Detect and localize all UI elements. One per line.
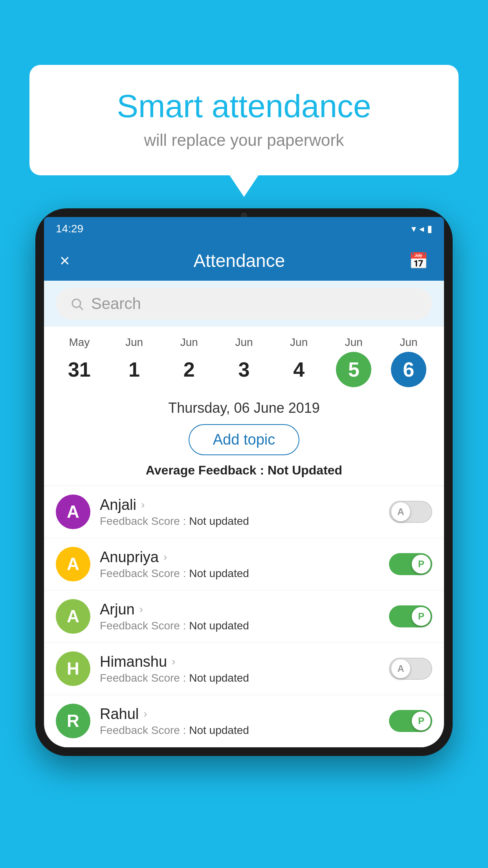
calendar-date-num[interactable]: 2 (171, 352, 207, 387)
attendance-toggle-wrap[interactable]: A (389, 501, 432, 523)
calendar-icon[interactable]: 📅 (409, 252, 428, 270)
toggle-thumb: A (391, 502, 410, 521)
student-avatar: A (56, 599, 90, 634)
speech-bubble: Smart attendance will replace your paper… (29, 65, 459, 175)
calendar-date-num[interactable]: 1 (117, 352, 152, 387)
phone-wrapper: 14:29 ▾ ◂ ▮ × Attendance 📅 (35, 208, 453, 868)
calendar-month: Jun (290, 336, 308, 349)
student-info: Himanshu ›Feedback Score : Not updated (100, 653, 380, 684)
close-button[interactable]: × (60, 251, 70, 270)
status-bar: 14:29 ▾ ◂ ▮ (44, 217, 444, 241)
signal-icon: ◂ (419, 223, 424, 234)
calendar-month: Jun (180, 336, 198, 349)
student-item[interactable]: AArjun ›Feedback Score : Not updatedP (44, 590, 444, 643)
student-avatar: A (56, 547, 90, 581)
attendance-toggle[interactable]: A (389, 658, 432, 680)
toggle-thumb: P (412, 712, 431, 730)
calendar-date-num[interactable]: 6 (391, 352, 426, 387)
student-info: Anupriya ›Feedback Score : Not updated (100, 549, 380, 580)
student-feedback: Feedback Score : Not updated (100, 672, 380, 684)
student-name: Rahul › (100, 706, 380, 723)
add-topic-button[interactable]: Add topic (189, 424, 299, 455)
student-item[interactable]: AAnjali ›Feedback Score : Not updatedA (44, 486, 444, 538)
student-avatar: R (56, 704, 90, 738)
calendar-day[interactable]: Jun6 (391, 336, 426, 387)
chevron-icon: › (143, 708, 147, 720)
calendar-day[interactable]: Jun5 (336, 336, 371, 387)
toggle-thumb: A (391, 659, 410, 678)
calendar-date-num[interactable]: 31 (62, 352, 97, 387)
attendance-toggle-wrap[interactable]: P (389, 605, 432, 627)
student-item[interactable]: RRahul ›Feedback Score : Not updatedP (44, 695, 444, 747)
toggle-thumb: P (412, 607, 431, 626)
attendance-toggle-wrap[interactable]: P (389, 710, 432, 732)
battery-icon: ▮ (427, 223, 432, 234)
student-feedback: Feedback Score : Not updated (100, 620, 380, 632)
attendance-toggle[interactable]: P (389, 605, 432, 627)
student-name: Anjali › (100, 497, 380, 513)
student-name: Himanshu › (100, 653, 380, 670)
student-name: Arjun › (100, 601, 380, 618)
add-topic-wrap: Add topic (44, 420, 444, 463)
calendar-day[interactable]: Jun1 (117, 336, 152, 387)
attendance-toggle-wrap[interactable]: P (389, 553, 432, 575)
student-avatar: H (56, 651, 90, 686)
attendance-toggle-wrap[interactable]: A (389, 658, 432, 680)
student-feedback: Feedback Score : Not updated (100, 724, 380, 737)
calendar-day[interactable]: Jun3 (226, 336, 262, 387)
calendar-strip: May31Jun1Jun2Jun3Jun4Jun5Jun6 (44, 327, 444, 391)
student-avatar: A (56, 495, 90, 529)
selected-date-label: Thursday, 06 June 2019 (44, 391, 444, 420)
calendar-date-num[interactable]: 4 (281, 352, 317, 387)
student-info: Anjali ›Feedback Score : Not updated (100, 497, 380, 528)
calendar-date-num[interactable]: 3 (226, 352, 262, 387)
chevron-icon: › (141, 498, 145, 511)
avg-feedback-value: Not Updated (268, 463, 342, 477)
svg-point-0 (72, 299, 81, 307)
search-bar[interactable]: Search (56, 288, 432, 320)
app-tagline-subtitle: will replace your paperwork (61, 131, 427, 150)
calendar-month: Jun (345, 336, 363, 349)
status-icons-group: ▾ ◂ ▮ (411, 223, 432, 234)
search-icon (70, 297, 84, 311)
calendar-day[interactable]: May31 (62, 336, 97, 387)
app-tagline-title: Smart attendance (61, 88, 427, 124)
calendar-month: Jun (235, 336, 253, 349)
calendar-month: May (69, 336, 90, 349)
status-time: 14:29 (56, 223, 83, 235)
app-header: × Attendance 📅 (44, 241, 444, 281)
wifi-icon: ▾ (411, 223, 416, 234)
chevron-icon: › (172, 655, 175, 668)
calendar-month: Jun (400, 336, 417, 349)
attendance-toggle[interactable]: P (389, 553, 432, 575)
student-name: Anupriya › (100, 549, 380, 566)
page-title: Attendance (193, 250, 285, 271)
speech-bubble-container: Smart attendance will replace your paper… (29, 65, 459, 175)
student-info: Rahul ›Feedback Score : Not updated (100, 706, 380, 737)
avg-feedback-label: Average Feedback : (146, 463, 268, 477)
phone-frame: 14:29 ▾ ◂ ▮ × Attendance 📅 (35, 208, 453, 756)
student-list: AAnjali ›Feedback Score : Not updatedAAA… (44, 485, 444, 747)
student-item[interactable]: HHimanshu ›Feedback Score : Not updatedA (44, 643, 444, 695)
student-feedback: Feedback Score : Not updated (100, 515, 380, 528)
calendar-month: Jun (125, 336, 143, 349)
calendar-day[interactable]: Jun4 (281, 336, 317, 387)
search-bar-wrap: Search (44, 281, 444, 327)
toggle-thumb: P (412, 555, 431, 574)
attendance-toggle[interactable]: P (389, 710, 432, 732)
phone-screen: × Attendance 📅 Search May31Jun1Jun2Jun3J… (44, 241, 444, 747)
chevron-icon: › (139, 603, 143, 616)
student-info: Arjun ›Feedback Score : Not updated (100, 601, 380, 632)
chevron-icon: › (163, 551, 167, 563)
calendar-day[interactable]: Jun2 (171, 336, 207, 387)
calendar-date-num[interactable]: 5 (336, 352, 371, 387)
student-feedback: Feedback Score : Not updated (100, 567, 380, 580)
avg-feedback: Average Feedback : Not Updated (44, 463, 444, 485)
student-item[interactable]: AAnupriya ›Feedback Score : Not updatedP (44, 538, 444, 590)
search-placeholder: Search (91, 295, 141, 313)
attendance-toggle[interactable]: A (389, 501, 432, 523)
svg-line-1 (80, 306, 83, 309)
